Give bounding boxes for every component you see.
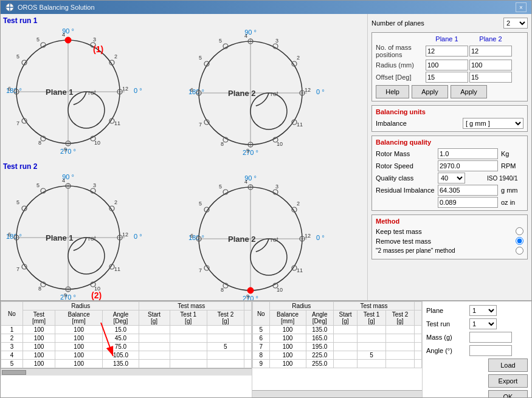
col-no-header: No (1, 302, 23, 326)
remove-test-mass-label: Remove test mass (376, 238, 512, 245)
angle-row: Angle (°) (426, 345, 528, 356)
method-title: Method (376, 218, 523, 225)
svg-text:0 °: 0 ° (316, 88, 325, 95)
svg-text:270 °: 270 ° (60, 293, 76, 300)
bottom-scrollbar[interactable] (1, 368, 252, 376)
rotor-speed-unit: RPM (501, 162, 523, 170)
two-masses-row: "2 masses per plane" method (376, 247, 523, 255)
angle-input[interactable] (469, 345, 512, 356)
remove-test-mass-radio[interactable] (516, 237, 523, 245)
svg-text:5: 5 (36, 182, 40, 188)
testrun1-label: Test run 1 (3, 16, 183, 25)
plane-select[interactable]: 1 2 (469, 305, 497, 316)
svg-text:5: 5 (36, 36, 40, 43)
offset-label: Offset [Deg] (376, 74, 424, 81)
svg-text:6: 6 (8, 232, 11, 238)
svg-text:8: 8 (221, 287, 224, 293)
quality-class-select[interactable]: 40 (438, 173, 465, 184)
residual-imbalance-ozin-unit: oz in (501, 199, 523, 206)
keep-test-mass-radio[interactable] (516, 227, 523, 235)
radius-header: Radius (22, 302, 139, 311)
rotor-speed-label: Rotor Speed (376, 162, 437, 170)
rotor-speed-input[interactable]: 2970.0 (438, 160, 498, 171)
load-button[interactable]: Load (488, 359, 528, 372)
table-row: 5100100135.0 (1, 360, 252, 368)
svg-text:9: 9 (246, 148, 249, 154)
ok-button[interactable]: OK (488, 390, 528, 397)
app-icon (5, 3, 14, 12)
svg-text:3: 3 (275, 38, 278, 44)
test-run-select[interactable]: 1 2 (469, 318, 497, 329)
test-run-row: Test run 1 2 (426, 318, 528, 329)
plane1-svg: 90 ° 180 ° 0 ° 270 ° (3, 25, 149, 159)
svg-text:12: 12 (122, 86, 128, 92)
scrollbar-thumb[interactable] (2, 370, 26, 375)
svg-text:11: 11 (114, 266, 120, 272)
svg-text:12: 12 (122, 232, 128, 238)
help-button[interactable]: Help (376, 85, 409, 98)
angle-deg-label: Angle (°) (426, 347, 466, 354)
svg-text:rot: rot (88, 235, 96, 242)
test2-g-header: Test 2[g] (207, 311, 244, 326)
num-planes-label: Number of planes (371, 19, 501, 27)
balancing-quality-title: Balancing quality (376, 139, 523, 146)
right-panel: Number of planes 2 Plane 1 Plane 2 No. o… (367, 14, 531, 300)
apply-plane1-button[interactable]: Apply (412, 85, 448, 98)
close-button[interactable]: × (516, 2, 527, 12)
quality-class-label: Quality class (376, 174, 437, 182)
apply-plane2-button[interactable]: Apply (451, 85, 487, 98)
window-title: OROS Balancing Solution (18, 4, 95, 11)
svg-text:9: 9 (64, 292, 67, 298)
start-g-header: Start[g] (139, 311, 170, 326)
balancing-units-section: Balancing units Imbalance [ g mm ] (371, 105, 528, 132)
svg-text:9: 9 (246, 293, 249, 300)
svg-text:11: 11 (297, 122, 303, 128)
test-run-label: Test run (426, 320, 466, 328)
svg-text:10: 10 (277, 141, 283, 147)
svg-text:270 °: 270 ° (60, 148, 76, 155)
residual-imbalance-ozin-input[interactable]: 0.089 (438, 197, 498, 208)
svg-line-140 (101, 323, 113, 356)
svg-text:2: 2 (297, 201, 300, 207)
svg-text:6: 6 (8, 86, 11, 92)
bottom-controls-panel: Plane 1 2 Test run 1 2 Mass (g) Angle (°… (422, 301, 531, 397)
keep-test-mass-row: Keep test mass (376, 227, 523, 235)
rotor-mass-input[interactable]: 1.0 (438, 148, 498, 159)
title-bar: OROS Balancing Solution × (1, 1, 531, 14)
mass-input[interactable] (469, 332, 512, 343)
svg-text:8: 8 (221, 141, 224, 147)
svg-text:2: 2 (114, 53, 117, 60)
mass-pos-p1-input[interactable]: 12 (426, 46, 468, 57)
right-scrollbar[interactable] (252, 390, 422, 397)
svg-text:(1): (1) (93, 44, 103, 54)
svg-text:9: 9 (64, 146, 67, 153)
right-test-mass-header: Test mass (333, 302, 414, 311)
svg-text:5: 5 (16, 199, 19, 205)
mass-row: Mass (g) (426, 332, 528, 343)
num-planes-select[interactable]: 2 (503, 18, 528, 29)
offset-p2-input[interactable]: 15 (469, 72, 512, 83)
title-bar-left: OROS Balancing Solution (5, 3, 95, 12)
radius-p2-input[interactable]: 100 (469, 60, 512, 70)
offset-p1-input[interactable]: 15 (426, 72, 468, 83)
residual-imbalance-gmm-input[interactable]: 64.305 (438, 185, 498, 196)
bottom-left-panel: No Radius Test mass Test[mm] Balance[mm]… (1, 301, 252, 397)
two-masses-radio[interactable] (516, 247, 523, 255)
plane-config-section: Plane 1 Plane 2 No. of mass positions 12… (371, 32, 528, 101)
right-start-g-header: Start[g] (333, 311, 357, 326)
export-button[interactable]: Export (488, 374, 528, 388)
svg-text:11: 11 (114, 120, 120, 126)
mass-g-label: Mass (g) (426, 334, 466, 341)
right-data-table: No Radius Test mass Balance[mm] Angle[De… (252, 301, 422, 368)
mass-pos-p2-input[interactable]: 12 (469, 46, 512, 57)
plane1-diagram: 90 ° 180 ° 0 ° 270 ° (3, 25, 149, 159)
testrun1-plane2-group: 90 ° 180 ° 0 ° 270 ° (185, 16, 365, 160)
svg-text:rot: rot (271, 236, 278, 243)
plane2-col-header: Plane 2 (469, 35, 512, 43)
svg-text:rot: rot (88, 89, 96, 96)
test1-g-header: Test 1[g] (170, 311, 207, 326)
imbalance-select[interactable]: [ g mm ] (463, 118, 523, 129)
radius-p1-input[interactable]: 100 (426, 60, 468, 70)
bottom-right-table-panel: No Radius Test mass Balance[mm] Angle[De… (252, 301, 422, 397)
plane-row: Plane 1 2 (426, 305, 528, 316)
